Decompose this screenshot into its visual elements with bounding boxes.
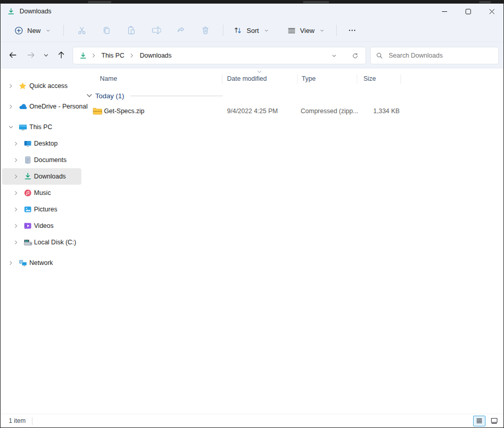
- chevron-right-icon[interactable]: [12, 157, 20, 163]
- column-separator[interactable]: [222, 74, 222, 84]
- chevron-right-icon[interactable]: [12, 174, 20, 179]
- main-area: Quick access OneDrive - Personal This PC…: [1, 68, 503, 414]
- file-size: 1,334 KB: [373, 108, 399, 115]
- sidebar-item-label: Downloads: [34, 173, 66, 180]
- group-label: Today (1): [95, 92, 124, 100]
- chevron-down-icon[interactable]: [7, 124, 14, 130]
- sidebar-item-this-pc[interactable]: This PC: [2, 119, 81, 135]
- search-input[interactable]: [388, 51, 493, 60]
- chevron-right-icon[interactable]: [12, 240, 20, 245]
- column-header-name[interactable]: Name: [100, 72, 117, 86]
- refresh-icon: [352, 52, 358, 60]
- navigation-bar: This PC Downloads: [1, 43, 503, 68]
- share-icon: [176, 25, 186, 35]
- file-name: Get-Specs.zip: [104, 108, 145, 115]
- file-row-get-specs-zip[interactable]: Get-Specs.zip 9/4/2022 4:25 PM Compresse…: [83, 103, 499, 119]
- address-dropdown-button[interactable]: [328, 49, 340, 62]
- sidebar-item-label: OneDrive - Personal: [29, 103, 88, 110]
- back-arrow-icon: [8, 50, 18, 60]
- sidebar-item-label: Local Disk (C:): [34, 239, 76, 246]
- chevron-right-icon[interactable]: [7, 83, 14, 88]
- sort-icon: [233, 26, 242, 35]
- column-separator[interactable]: [357, 74, 357, 84]
- close-button[interactable]: [480, 4, 503, 19]
- chevron-down-icon: [264, 28, 269, 33]
- sidebar-item-desktop[interactable]: Desktop: [2, 135, 81, 152]
- explorer-tab[interactable]: Downloads: [1, 8, 51, 15]
- up-button[interactable]: [53, 47, 69, 63]
- group-divider-line: [130, 96, 223, 96]
- sidebar-item-network[interactable]: Network: [2, 255, 81, 271]
- chevron-right-icon[interactable]: [12, 141, 20, 146]
- refresh-button[interactable]: [349, 49, 361, 62]
- column-separator[interactable]: [297, 74, 298, 84]
- column-header-type[interactable]: Type: [302, 72, 316, 86]
- ellipsis-icon: [347, 26, 357, 35]
- chevron-down-icon: [332, 53, 337, 59]
- item-count: 1 item: [9, 417, 26, 424]
- desktop-icon: [23, 139, 32, 148]
- chevron-right-icon[interactable]: [12, 223, 20, 228]
- chevron-right-icon[interactable]: [7, 104, 14, 109]
- chevron-right-icon[interactable]: [12, 190, 20, 195]
- sidebar-item-documents[interactable]: Documents: [2, 152, 81, 168]
- forward-button[interactable]: [23, 47, 39, 63]
- sidebar-item-label: Music: [34, 189, 51, 197]
- chevron-right-icon[interactable]: [12, 207, 20, 212]
- star-icon: [18, 82, 27, 90]
- breadcrumb-this-pc[interactable]: This PC: [99, 50, 126, 61]
- column-header-size[interactable]: Size: [363, 72, 376, 86]
- back-button[interactable]: [5, 47, 21, 63]
- videos-icon: [23, 222, 32, 230]
- column-separator[interactable]: [401, 74, 401, 84]
- large-thumbnails-view-toggle[interactable]: [488, 416, 500, 426]
- forward-arrow-icon: [26, 50, 36, 60]
- group-collapse-chevron-icon[interactable]: [86, 94, 92, 98]
- view-button[interactable]: View: [283, 23, 329, 39]
- share-button[interactable]: [170, 22, 191, 39]
- view-button-label: View: [300, 27, 315, 34]
- window-controls: [432, 4, 503, 19]
- local-disk-icon: [23, 238, 32, 247]
- delete-button[interactable]: [195, 22, 216, 39]
- status-bar: 1 item: [1, 414, 503, 427]
- sidebar-item-label: Documents: [34, 156, 66, 164]
- sidebar-item-pictures[interactable]: Pictures: [2, 201, 81, 218]
- downloads-icon: [7, 8, 15, 15]
- address-bar[interactable]: This PC Downloads: [73, 47, 366, 64]
- column-header-date-modified[interactable]: Date modified: [227, 72, 267, 86]
- see-more-button[interactable]: [342, 22, 362, 39]
- cut-button[interactable]: [72, 22, 92, 39]
- new-button[interactable]: New: [10, 23, 55, 39]
- sidebar-item-videos[interactable]: Videos: [2, 218, 81, 234]
- minimize-button[interactable]: [432, 4, 456, 19]
- copy-icon: [101, 25, 112, 35]
- zip-folder-icon: [93, 107, 102, 115]
- toolbar-separator: [336, 25, 337, 36]
- sidebar-item-downloads[interactable]: Downloads: [2, 168, 81, 185]
- chevron-down-icon: [320, 28, 324, 33]
- search-box[interactable]: [370, 47, 499, 64]
- sidebar-item-quick-access[interactable]: Quick access: [2, 78, 81, 94]
- copy-button[interactable]: [96, 22, 117, 39]
- sidebar-item-music[interactable]: Music: [2, 185, 81, 201]
- paste-button[interactable]: [121, 22, 142, 39]
- chevron-right-icon[interactable]: [7, 260, 14, 265]
- sidebar-item-local-disk-c[interactable]: Local Disk (C:): [2, 234, 81, 251]
- recent-locations-button[interactable]: [40, 47, 52, 63]
- breadcrumb-downloads[interactable]: Downloads: [137, 50, 173, 61]
- file-type: Compressed (zipp...: [301, 108, 358, 115]
- rename-button[interactable]: [146, 22, 166, 39]
- command-toolbar: New Sort View: [1, 19, 503, 42]
- breadcrumb-chevron-icon: [130, 53, 134, 58]
- sidebar-item-onedrive[interactable]: OneDrive - Personal: [2, 98, 81, 115]
- details-view-toggle[interactable]: [473, 416, 485, 426]
- sidebar-item-label: Videos: [34, 222, 54, 229]
- plus-circle-icon: [14, 26, 23, 35]
- maximize-button[interactable]: [456, 4, 480, 19]
- group-header-today[interactable]: Today (1): [86, 90, 223, 101]
- status-separator: [32, 417, 32, 425]
- trash-icon: [200, 25, 211, 35]
- titlebar: Downloads: [1, 4, 503, 19]
- sort-button[interactable]: Sort: [229, 22, 273, 39]
